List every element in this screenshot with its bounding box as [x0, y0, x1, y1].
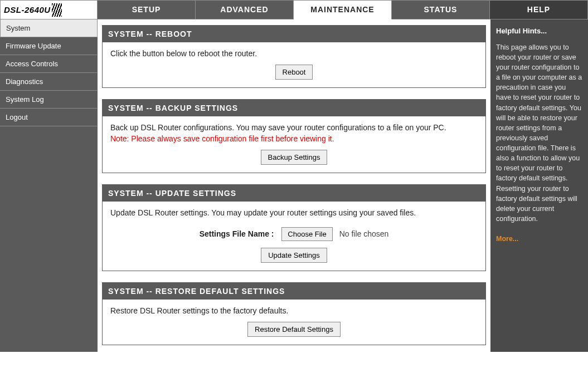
panel-update-title: SYSTEM -- UPDATE SETTINGS	[103, 185, 485, 202]
reboot-button[interactable]: Reboot	[275, 65, 313, 80]
logo-model: DSL-2640U	[4, 5, 51, 14]
help-panel: Helpful Hints... This page allows you to…	[490, 19, 588, 352]
panel-restore-text: Restore DSL Router settings to the facto…	[110, 306, 478, 315]
choose-file-button[interactable]: Choose File	[281, 227, 332, 241]
update-settings-button[interactable]: Update Settings	[261, 248, 327, 263]
panel-backup: SYSTEM -- BACKUP SETTINGS Back up DSL Ro…	[102, 99, 486, 173]
panel-reboot: SYSTEM -- REBOOT Click the button below …	[102, 25, 486, 88]
sidebar: System Firmware Update Access Controls D…	[0, 19, 98, 352]
tab-advanced[interactable]: ADVANCED	[196, 0, 294, 19]
tab-help[interactable]: HELP	[490, 0, 588, 19]
sidebar-item-logout[interactable]: Logout	[0, 109, 98, 126]
panel-backup-text: Back up DSL Router configurations. You m…	[110, 123, 478, 132]
sidebar-item-access-controls[interactable]: Access Controls	[0, 55, 98, 73]
sidebar-item-system[interactable]: System	[0, 19, 98, 37]
tab-maintenance[interactable]: MAINTENANCE	[294, 0, 392, 19]
panel-backup-note: Note: Please always save configuration f…	[110, 134, 478, 143]
top-tabs: SETUP ADVANCED MAINTENANCE STATUS HELP	[98, 0, 588, 19]
panel-reboot-title: SYSTEM -- REBOOT	[103, 26, 485, 42]
settings-file-label: Settings File Name :	[200, 229, 274, 238]
panel-backup-title: SYSTEM -- BACKUP SETTINGS	[103, 100, 485, 116]
panel-reboot-text: Click the button below to reboot the rou…	[110, 49, 478, 58]
file-chosen-status: No file chosen	[339, 229, 389, 238]
restore-default-button[interactable]: Restore Default Settings	[247, 322, 341, 337]
help-body: This page allows you to reboot your rout…	[496, 42, 582, 224]
panel-restore: SYSTEM -- RESTORE DEFAULT SETTINGS Resto…	[102, 282, 486, 345]
panel-update-text: Update DSL Router settings. You may upda…	[110, 208, 478, 217]
panel-update: SYSTEM -- UPDATE SETTINGS Update DSL Rou…	[102, 184, 486, 271]
panel-restore-title: SYSTEM -- RESTORE DEFAULT SETTINGS	[103, 283, 485, 300]
logo-stripes-icon	[52, 3, 62, 17]
help-more-link[interactable]: More...	[496, 234, 518, 244]
tab-setup[interactable]: SETUP	[98, 0, 196, 19]
backup-settings-button[interactable]: Backup Settings	[261, 150, 328, 165]
sidebar-item-diagnostics[interactable]: Diagnostics	[0, 73, 98, 91]
sidebar-item-system-log[interactable]: System Log	[0, 91, 98, 109]
logo: DSL-2640U	[0, 0, 98, 19]
sidebar-item-firmware-update[interactable]: Firmware Update	[0, 37, 98, 55]
main-content: SYSTEM -- REBOOT Click the button below …	[98, 19, 490, 352]
help-heading: Helpful Hints...	[496, 26, 582, 37]
tab-status[interactable]: STATUS	[392, 0, 490, 19]
